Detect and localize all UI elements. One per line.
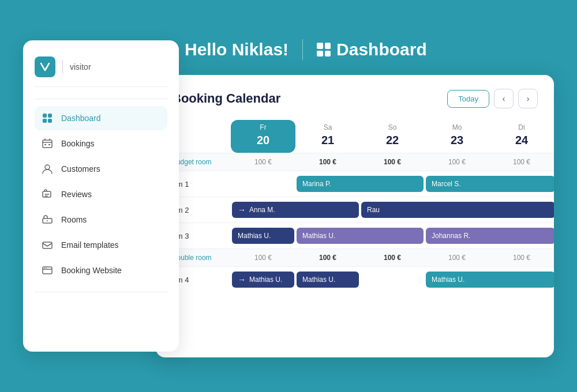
svg-point-13 (44, 267, 45, 269)
svg-point-10 (47, 220, 48, 221)
booking-bar-mathias-r3-b[interactable]: Mathias U. (297, 228, 424, 244)
guest-name: Rau (367, 206, 380, 214)
room-3-cells: Mathias U. Mathias U. Johannas R. (231, 223, 554, 248)
sidebar-item-reviews[interactable]: Reviews (35, 182, 167, 206)
svg-rect-6 (48, 144, 50, 145)
day-number-0: 20 (257, 134, 269, 147)
greeting-text: Hello Niklas! (185, 40, 288, 59)
budget-price-1: 100 € (295, 153, 360, 171)
svg-rect-5 (44, 144, 46, 145)
svg-rect-4 (43, 140, 52, 148)
rooms-icon (42, 214, 53, 225)
prev-button[interactable]: ‹ (494, 89, 514, 108)
budget-price-2: 100 € (360, 153, 425, 171)
reviews-label: Reviews (61, 190, 92, 199)
sidebar-header: visitor (35, 56, 167, 87)
calendar-title: Booking Calendar (172, 91, 280, 106)
guest-name: Marina P. (302, 180, 331, 188)
booking-bar-marina[interactable]: Marina P. (297, 176, 424, 192)
customers-icon (42, 163, 53, 175)
calendar-card: Booking Calendar Today ‹ › Fr 20 (156, 75, 554, 357)
svg-rect-1 (48, 114, 52, 118)
customers-label: Customers (61, 164, 100, 174)
website-icon (42, 265, 53, 276)
next-button[interactable]: › (518, 89, 538, 108)
day-header-4: Di 24 (489, 120, 554, 153)
guest-name: Mathias U. (302, 232, 335, 240)
booking-bar-anna-cont[interactable]: Rau (361, 202, 554, 218)
booking-bar-marcel[interactable]: Marcel S. (426, 176, 554, 192)
booking-bar-johannas[interactable]: Johannas R. (426, 228, 554, 244)
day-header-3: Mo 23 (425, 120, 489, 153)
app-name: visitor (70, 62, 91, 71)
main-content: Hello Niklas! Dashboard Booking Calendar… (138, 23, 554, 369)
room-1-cells: Marina P. Marcel S. (231, 171, 554, 197)
guest-name: Mathias U. (249, 276, 282, 284)
day-header-0: Fr 20 (231, 120, 295, 153)
double-price-1: 100 € (295, 249, 360, 266)
booking-bar-mathias-r3-a[interactable]: Mathias U. (232, 228, 294, 244)
day-number-3: 23 (451, 134, 463, 147)
booking-website-label: Booking Website (61, 266, 122, 275)
double-room-header: ▼ Double room 100 € 100 € 100 € 100 € 10… (156, 248, 554, 266)
budget-price-3: 100 € (425, 153, 489, 171)
guest-name: Marcel S. (432, 180, 461, 188)
day-number-1: 21 (321, 134, 334, 147)
reviews-icon (42, 189, 53, 200)
logo-icon (35, 56, 55, 77)
calendar-header: Booking Calendar Today ‹ › (156, 89, 554, 120)
today-button[interactable]: Today (447, 90, 489, 108)
top-divider (35, 99, 167, 99)
bottom-divider (35, 292, 167, 292)
bookings-icon (42, 138, 53, 149)
svg-rect-2 (43, 119, 47, 123)
calendar-grid: Fr 20 Sa 21 So 22 Mo 23 (156, 120, 554, 292)
booking-bar-mathias-r4-a[interactable]: → Mathias U. (232, 272, 294, 288)
double-price-3: 100 € (425, 249, 489, 266)
room-row-3: Room 3 Mathias U. Mathias U. (156, 223, 554, 248)
email-templates-label: Email templates (61, 240, 119, 250)
rooms-label: Rooms (61, 215, 87, 224)
bookings-label: Bookings (61, 139, 95, 148)
booking-bar-anna[interactable]: → Anna M. (232, 202, 359, 218)
svg-point-7 (45, 165, 50, 169)
dashboard-icon (42, 112, 53, 124)
sidebar-item-booking-website[interactable]: Booking Website (35, 258, 167, 282)
room-row-1: Room 1 Marina P. Marcel S. (156, 171, 554, 197)
dashboard-grid-icon (317, 43, 331, 56)
sidebar-item-dashboard[interactable]: Dashboard (35, 106, 167, 130)
room-row-4: Room 4 → Mathias U. Mathias U. (156, 266, 554, 292)
day-name-0: Fr (260, 123, 266, 131)
day-name-4: Di (518, 123, 524, 131)
room-2-cells: → Anna M. Rau (231, 197, 554, 223)
day-header-2: So 22 (360, 120, 425, 153)
guest-name: Mathias U. (432, 276, 464, 284)
header-divider (62, 60, 63, 74)
svg-point-14 (46, 267, 47, 269)
sidebar-item-bookings[interactable]: Bookings (35, 131, 167, 156)
double-room-section: ▼ Double room 100 € 100 € 100 € 100 € 10… (156, 248, 554, 292)
booking-bar-mathias-r4-b[interactable]: Mathias U. (297, 272, 359, 288)
budget-price-4: 100 € (489, 153, 554, 171)
dashboard-label: Dashboard (61, 114, 101, 123)
day-headers: Fr 20 Sa 21 So 22 Mo 23 (156, 120, 554, 153)
budget-room-section: ▼ Budget room 100 € 100 € 100 € 100 € 10… (156, 153, 554, 248)
calendar-controls: Today ‹ › (447, 89, 538, 108)
double-price-4: 100 € (489, 249, 554, 266)
budget-price-0: 100 € (231, 153, 295, 171)
day-number-4: 24 (515, 134, 528, 147)
page-title-text: Dashboard (336, 40, 427, 59)
room-4-cells: → Mathias U. Mathias U. Mathias U. (231, 267, 554, 292)
sidebar-item-rooms[interactable]: Rooms (35, 208, 167, 232)
double-price-2: 100 € (360, 249, 425, 266)
guest-name: Anna M. (249, 206, 275, 214)
guest-name: Johannas R. (432, 232, 470, 240)
booking-bar-mathias-r4-c[interactable]: Mathias U. (426, 272, 554, 288)
guest-name: Mathias U. (302, 276, 335, 284)
outer-container: visitor Dashboard (23, 23, 554, 369)
sidebar-item-customers[interactable]: Customers (35, 157, 167, 181)
svg-rect-0 (43, 114, 47, 118)
email-icon (42, 239, 53, 251)
sidebar-item-email-templates[interactable]: Email templates (35, 233, 167, 257)
day-header-1: Sa 21 (295, 120, 360, 153)
